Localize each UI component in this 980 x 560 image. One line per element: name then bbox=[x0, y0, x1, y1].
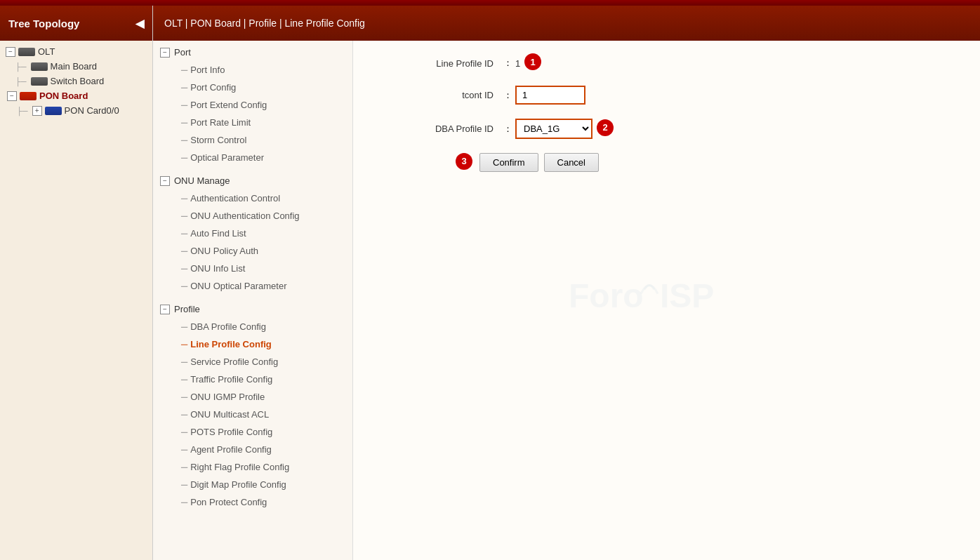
nav-item-onu-igmp-profile[interactable]: ─ ONU IGMP Profile bbox=[153, 388, 352, 406]
sidebar-item-olt[interactable]: − OLT bbox=[0, 44, 152, 59]
nav-item-dba-profile-config[interactable]: ─ DBA Profile Config bbox=[153, 318, 352, 335]
nav-label-pots-profile-config: POTS Profile Config bbox=[190, 427, 272, 437]
main-board-device-icon bbox=[31, 62, 48, 71]
step-badge-1: 1 bbox=[524, 53, 541, 70]
nav-label-line-profile-config: Line Profile Config bbox=[190, 339, 272, 349]
nav-item-auto-find-list[interactable]: ─ Auto Find List bbox=[153, 225, 352, 242]
nav-label-digit-map-profile-config: Digit Map Profile Config bbox=[190, 479, 286, 490]
nav-item-port-extend-config[interactable]: ─ Port Extend Config bbox=[153, 96, 352, 114]
nav-item-port-rate-limit[interactable]: ─ Port Rate Limit bbox=[153, 114, 352, 131]
nav-item-pon-protect-config[interactable]: ─ Pon Protect Config bbox=[153, 493, 352, 511]
collapse-arrow-icon[interactable]: ◀ bbox=[135, 17, 144, 30]
config-panel: Foro ISP Line Profile ID ： 1 1 bbox=[353, 41, 980, 560]
olt-label: OLT bbox=[38, 46, 55, 57]
nav-label-port-rate-limit: Port Rate Limit bbox=[190, 117, 251, 128]
nav-label-onu-optical-param: ONU Optical Parameter bbox=[190, 281, 286, 291]
step-badge-3: 3 bbox=[456, 153, 472, 170]
line-profile-id-value: 1 bbox=[515, 58, 520, 69]
nav-item-optical-parameter[interactable]: ─ Optical Parameter bbox=[153, 149, 352, 166]
profile-section-header[interactable]: − Profile bbox=[153, 300, 352, 318]
profile-minus-icon: − bbox=[160, 305, 170, 314]
nav-label-port-config: Port Config bbox=[190, 82, 236, 93]
onu-minus-icon: − bbox=[160, 176, 170, 186]
sidebar-item-switch-board[interactable]: ├─ Switch Board bbox=[0, 74, 152, 88]
nav-item-port-config[interactable]: ─ Port Config bbox=[153, 79, 352, 96]
step-badge-2: 2 bbox=[597, 119, 614, 136]
nav-item-auth-control[interactable]: ─ Authentication Control bbox=[153, 189, 352, 207]
form-area: Line Profile ID ： 1 1 tcont ID ： DBA Pro… bbox=[367, 55, 966, 172]
minus-icon: − bbox=[6, 47, 15, 57]
svg-text:Foro: Foro bbox=[569, 277, 644, 314]
port-section: − Port ─ Port Info ─ Port Config ─ Port … bbox=[153, 41, 352, 169]
nav-item-right-flag-profile-config[interactable]: ─ Right Flag Profile Config bbox=[153, 458, 352, 476]
nav-item-line-profile-config[interactable]: ─ Line Profile Config bbox=[153, 335, 352, 353]
nav-item-storm-control[interactable]: ─ Storm Control bbox=[153, 131, 352, 149]
nav-item-pots-profile-config[interactable]: ─ POTS Profile Config bbox=[153, 423, 352, 441]
dba-profile-id-label: DBA Profile ID bbox=[367, 124, 494, 134]
line-profile-id-label: Line Profile ID bbox=[367, 58, 494, 69]
nav-label-onu-auth-config: ONU Authentication Config bbox=[190, 211, 299, 221]
plus-icon: + bbox=[32, 106, 42, 116]
nav-item-digit-map-profile-config[interactable]: ─ Digit Map Profile Config bbox=[153, 476, 352, 493]
nav-item-port-info[interactable]: ─ Port Info bbox=[153, 61, 352, 79]
pon-card-label: PON Card0/0 bbox=[65, 105, 119, 116]
port-section-header[interactable]: − Port bbox=[153, 44, 352, 61]
switch-board-label: Switch Board bbox=[51, 76, 105, 86]
sidebar-item-main-board[interactable]: ├─ Main Board bbox=[0, 59, 152, 74]
connector: ├─ bbox=[17, 107, 28, 115]
nav-label-optical-parameter: Optical Parameter bbox=[190, 152, 264, 163]
top-bar bbox=[0, 0, 980, 6]
nav-label-onu-multicast-acl: ONU Multicast ACL bbox=[190, 409, 269, 420]
tcont-id-input[interactable] bbox=[515, 86, 585, 105]
nav-label-traffic-profile-config: Traffic Profile Config bbox=[190, 374, 272, 385]
nav-label-dba-profile-config: DBA Profile Config bbox=[190, 321, 266, 332]
main-layout: Tree Topology ◀ − OLT ├─ Main Board ├─ S… bbox=[0, 6, 980, 560]
sidebar: Tree Topology ◀ − OLT ├─ Main Board ├─ S… bbox=[0, 6, 153, 560]
sidebar-item-pon-card[interactable]: ├─ + PON Card0/0 bbox=[0, 103, 152, 118]
content-area: OLT | PON Board | Profile | Line Profile… bbox=[153, 6, 980, 560]
minus-pon-icon: − bbox=[7, 91, 17, 101]
form-row-buttons: 3 Confirm Cancel bbox=[367, 153, 966, 172]
nav-item-onu-info-list[interactable]: ─ ONU Info List bbox=[153, 260, 352, 277]
svg-text:ISP: ISP bbox=[660, 277, 714, 314]
nav-label-right-flag-profile-config: Right Flag Profile Config bbox=[190, 462, 289, 472]
nav-item-onu-optical-param[interactable]: ─ ONU Optical Parameter bbox=[153, 277, 352, 295]
sidebar-header: Tree Topology ◀ bbox=[0, 6, 152, 41]
sidebar-tree: − OLT ├─ Main Board ├─ Switch Board − PO… bbox=[0, 41, 152, 121]
cancel-button[interactable]: Cancel bbox=[544, 153, 599, 172]
nav-label-onu-info-list: ONU Info List bbox=[190, 263, 245, 274]
nav-panel: − Port ─ Port Info ─ Port Config ─ Port … bbox=[153, 41, 353, 560]
confirm-button[interactable]: Confirm bbox=[479, 153, 538, 172]
tcont-id-label: tcont ID bbox=[367, 90, 494, 100]
onu-manage-section-header[interactable]: − ONU Manage bbox=[153, 172, 352, 189]
pon-board-device-icon bbox=[20, 92, 37, 100]
nav-label-onu-policy-auth: ONU Policy Auth bbox=[190, 246, 258, 256]
nav-item-traffic-profile-config[interactable]: ─ Traffic Profile Config bbox=[153, 371, 352, 388]
nav-label-service-profile-config: Service Profile Config bbox=[190, 356, 278, 367]
pon-board-label: PON Board bbox=[39, 91, 88, 101]
olt-device-icon bbox=[18, 48, 35, 56]
form-row-line-profile-id: Line Profile ID ： 1 1 bbox=[367, 55, 966, 72]
onu-manage-section: − ONU Manage ─ Authentication Control ─ … bbox=[153, 169, 352, 298]
sidebar-title: Tree Topology bbox=[8, 18, 79, 29]
port-section-label: Port bbox=[174, 47, 191, 58]
profile-section: − Profile ─ DBA Profile Config ─ Line Pr… bbox=[153, 298, 352, 514]
switch-board-device-icon bbox=[31, 77, 48, 86]
dba-profile-id-select[interactable]: DBA_1G DBA_2G DBA_512M bbox=[515, 119, 592, 139]
main-content: − Port ─ Port Info ─ Port Config ─ Port … bbox=[153, 41, 980, 560]
nav-label-pon-protect-config: Pon Protect Config bbox=[190, 497, 267, 507]
nav-item-onu-multicast-acl[interactable]: ─ ONU Multicast ACL bbox=[153, 406, 352, 423]
main-board-label: Main Board bbox=[51, 61, 97, 72]
pon-card-device-icon bbox=[45, 107, 62, 115]
sidebar-item-pon-board[interactable]: − PON Board bbox=[0, 88, 152, 103]
nav-item-agent-profile-config[interactable]: ─ Agent Profile Config bbox=[153, 441, 352, 458]
nav-item-service-profile-config[interactable]: ─ Service Profile Config bbox=[153, 353, 352, 371]
nav-label-agent-profile-config: Agent Profile Config bbox=[190, 444, 272, 455]
nav-label-port-extend-config: Port Extend Config bbox=[190, 100, 267, 110]
nav-label-auth-control: Authentication Control bbox=[190, 193, 280, 204]
nav-label-auto-find-list: Auto Find List bbox=[190, 228, 246, 239]
port-minus-icon: − bbox=[160, 48, 170, 58]
nav-item-onu-auth-config[interactable]: ─ ONU Authentication Config bbox=[153, 207, 352, 225]
breadcrumb: OLT | PON Board | Profile | Line Profile… bbox=[164, 18, 365, 29]
nav-item-onu-policy-auth[interactable]: ─ ONU Policy Auth bbox=[153, 242, 352, 260]
